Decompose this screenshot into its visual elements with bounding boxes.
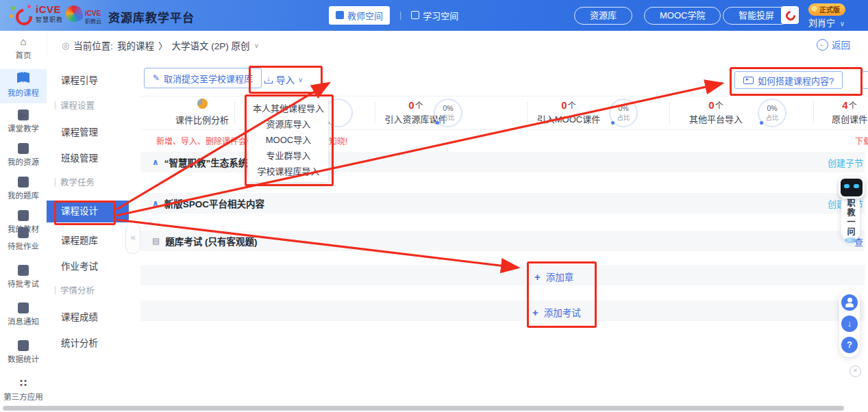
caret-down-icon[interactable]: ∨ [254, 42, 259, 49]
play-video-icon: ▶ [18, 110, 29, 120]
icon-sidebar: ⌂ 首页 我的课程 ▶ 课堂教学 ▥ 我的资源 ▦ 我的题库 ▤ 我的教材 ≡ … [0, 31, 47, 412]
menu-item-import-major-group[interactable]: 专业群导入 [249, 148, 328, 164]
mooc-academy-button[interactable]: MOOC学院 [644, 7, 721, 25]
menu-section-learning-analysis: 学情分析 [47, 283, 129, 296]
document-icon: ▤ [152, 236, 160, 246]
add-chapter-button[interactable]: +添加章 [534, 270, 573, 283]
sidebar-item-notifications[interactable]: … 消息通知 [0, 302, 47, 333]
statistics-icon: ◫ [18, 340, 29, 351]
chevron-up-icon[interactable]: ∧ [152, 157, 159, 167]
medal-icon [810, 5, 818, 12]
menu-section-teaching-tasks: 教学任务 [47, 175, 129, 188]
menu-item-course-grades[interactable]: 课程成绩 [47, 309, 129, 323]
sidebar-item-home[interactable]: ⌂ 首页 [0, 36, 47, 67]
sidebar-item-my-courses[interactable]: 我的课程 [0, 69, 47, 103]
video-icon [743, 77, 754, 84]
resource-library-button[interactable]: 资源库 [574, 7, 632, 25]
sidebar-item-data-statistics[interactable]: ◫ 数据统计 [0, 339, 47, 371]
horizontal-scrollbar[interactable] [3, 406, 844, 411]
menu-item-course-guide[interactable]: 课程引导 [47, 73, 129, 86]
breadcrumb-my-courses[interactable]: 我的课程 [117, 38, 154, 52]
home-icon: ⌂ [20, 36, 26, 47]
sidebar-item-classroom-teaching[interactable]: ▶ 课堂教学 [0, 109, 47, 140]
download-link[interactable]: 下载 [855, 135, 868, 146]
section-bar [55, 178, 55, 186]
sidebar-item-third-party-apps[interactable]: ∷ 第三方应用 [0, 377, 47, 409]
user-avatar[interactable] [781, 6, 799, 24]
menu-item-import-mooc[interactable]: MOOC导入 [249, 132, 328, 148]
menu-section-course-setup: 课程设置 [47, 99, 129, 112]
caret-down-icon: ∨ [840, 20, 845, 27]
how-to-build-course-button[interactable]: 如何搭建课程内容? [734, 71, 843, 89]
edit-icon: ✎ [153, 73, 160, 83]
nav-teacher-space[interactable]: 教师空间 [329, 6, 390, 25]
headset-person-icon [841, 294, 858, 311]
sidebar-item-pending-homework[interactable]: ≡ 待批作业 [0, 227, 47, 258]
open-book-icon [17, 72, 29, 83]
resource-shelf-icon: ▥ [18, 143, 29, 154]
sidebar-item-my-resources[interactable]: ▥ 我的资源 [0, 142, 47, 174]
user-menu[interactable]: 刘肖宁 ∨ [808, 16, 845, 29]
course-design-panel: ✎ 取消提交至学校课程库 ↓ 导入 ∨ 如何搭建课程内容? 设 课件比例分析 [129, 57, 868, 412]
menu-item-import-own-course[interactable]: 本人其他课程导入 [249, 101, 328, 116]
platform-title: 资源库教学平台 [108, 8, 195, 25]
import-button[interactable]: ↓ 导入 ∨ [264, 73, 303, 86]
download-center-button[interactable]: ↓ [841, 316, 858, 332]
sidebar-item-pending-exams[interactable]: ✓ 待批考试 [0, 264, 47, 296]
sidebar-item-my-question-bank[interactable]: ▦ 我的题库 [0, 176, 47, 207]
teacher-space-icon [336, 11, 344, 19]
textbook-icon: ▤ [18, 210, 29, 221]
smart-cast-button[interactable]: 智能投屏 [723, 7, 790, 25]
wave-decoration [845, 237, 856, 243]
chevron-up-icon[interactable]: ∧ [152, 198, 159, 208]
add-chapter-row [140, 265, 865, 285]
back-button[interactable]: ← 返回 [817, 38, 850, 51]
breadcrumb-current-course[interactable]: 大学语文 (2P) 原创 [172, 38, 250, 52]
sidebar-collapse-handle[interactable]: « [125, 222, 140, 254]
robot-icon [839, 177, 865, 198]
menu-item-import-school-lib[interactable]: 学校课程库导入 [249, 164, 328, 179]
import-dropdown-menu: 本人其他课程导入 资源库导入 MOOC导入 专业群导入 学校课程库导入 [248, 97, 329, 183]
learning-space-icon [411, 11, 419, 19]
stat-other-platform: 0个 其他平台导入 [668, 99, 764, 125]
assistant-label: 职教一问 [845, 198, 856, 237]
menu-item-course-design[interactable]: 课程设计 [47, 201, 129, 222]
nav-learning-space[interactable]: 学习空间 [411, 9, 458, 22]
zhijiaoyun-shell-logo [64, 3, 84, 23]
menu-item-course-question-bank[interactable]: 课程题库 [47, 233, 129, 246]
support-button[interactable] [841, 294, 858, 311]
percent-gauge: 0%占比 [609, 99, 638, 127]
back-arrow-icon: ← [817, 39, 828, 51]
menu-item-statistical-analysis[interactable]: 统计分析 [47, 335, 129, 349]
message-bubble-icon: … [18, 302, 29, 313]
topbar: iCVE 智慧职教 iCVE 职教云 资源库教学平台 教师空间 | 学习空间 资… [0, 0, 868, 31]
menu-item-homework-exams[interactable]: 作业考试 [47, 259, 129, 272]
help-center-button[interactable]: ? [841, 337, 858, 353]
app-window: iCVE 智慧职教 iCVE 职教云 资源库教学平台 教师空间 | 学习空间 资… [0, 0, 868, 412]
homework-icon: ≡ [18, 227, 29, 238]
menu-item-import-resource-lib[interactable]: 资源库导入 [249, 116, 328, 132]
nav-separator: | [399, 10, 401, 20]
question-mark-icon: ? [847, 339, 852, 350]
stat-mooc: 0个 引入MOOC课件 [521, 99, 617, 125]
topbar-nav: 教师空间 | 学习空间 [329, 6, 458, 24]
icve-logo-subtext: 智慧职教 [36, 17, 63, 23]
courseware-ratio-analysis: 课件比例分析 [158, 99, 247, 126]
add-exam-button[interactable]: +添加考试 [532, 305, 581, 319]
zhijiaoyun-logo-text: iCVE [85, 10, 101, 17]
exam-icon: ✓ [18, 265, 29, 276]
download-icon: ↓ [264, 76, 273, 83]
section-row-question-exam[interactable]: ▤ 题库考试 (只有客观题) 查 [140, 231, 865, 251]
breadcrumb: ◎ 当前位置: 我的课程 〉 大学语文 (2P) 原创 ∨ [62, 38, 259, 52]
add-exam-row [140, 300, 865, 321]
create-subnode-link[interactable]: 创建子节 [828, 156, 863, 169]
cancel-submit-button[interactable]: ✎ 取消提交至学校课程库 [144, 68, 262, 88]
menu-item-course-management[interactable]: 课程管理 [47, 125, 129, 138]
close-widget-button[interactable]: × [850, 365, 861, 377]
settings-button[interactable]: 设 [862, 71, 868, 89]
pie-chart-icon [197, 99, 208, 109]
percent-gauge: 0%占比 [434, 99, 462, 127]
section-row-spoc[interactable]: ∧ 新版SPOC平台相关内容 创建子节 [140, 193, 865, 214]
stat-original-courseware: 4个 原创课件 [808, 99, 868, 125]
menu-item-class-management[interactable]: 班级管理 [47, 151, 129, 164]
